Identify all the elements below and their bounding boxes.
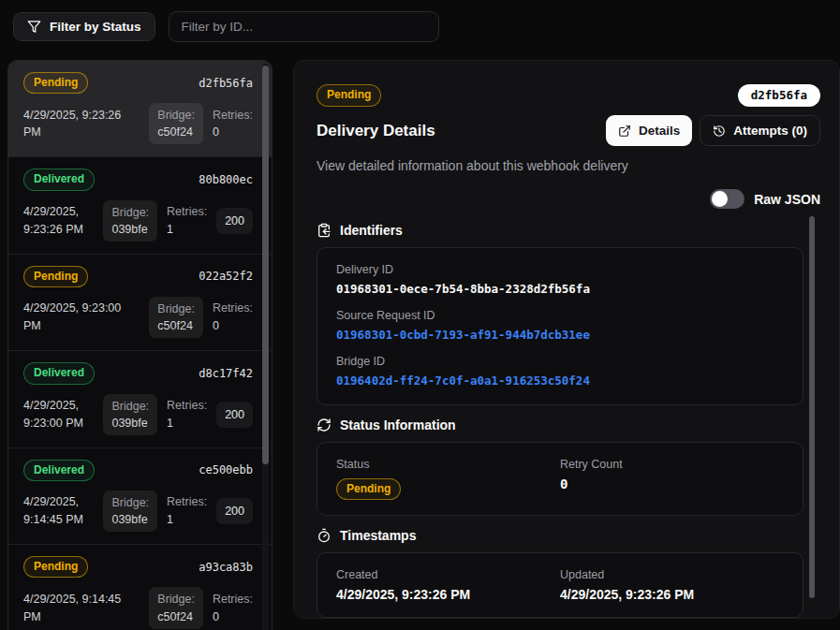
delivery-id-field: Delivery ID 01968301-0ece-7b54-8bba-2328…	[336, 263, 784, 296]
delivery-list-item[interactable]: Pending d2fb56fa 4/29/2025, 9:23:26 PM B…	[8, 61, 272, 157]
delivery-short-id: ce500ebb	[199, 463, 253, 476]
retry-count-column: Retry Count 0	[560, 458, 784, 500]
bridge-id-field: Bridge ID 0196402d-ff24-7c0f-a0a1-916253…	[336, 355, 784, 388]
sidebar-scrollbar-track[interactable]	[262, 64, 269, 630]
attempts-tab-button[interactable]: Attempts (0)	[700, 115, 820, 146]
retries-label: Retries:	[213, 107, 253, 125]
identifiers-heading: Identifiers	[340, 223, 403, 238]
retries-label: Retries:	[167, 203, 207, 221]
filter-by-status-button[interactable]: Filter by Status	[13, 12, 155, 41]
panel-badges-row: Pending d2fb56fa	[317, 84, 820, 107]
delivery-list-item[interactable]: Delivered ce500ebb 4/29/2025, 9:14:45 PM…	[8, 448, 272, 545]
status-badge: Pending	[23, 556, 88, 578]
source-request-id-label: Source Request ID	[336, 309, 784, 322]
retries-block: Retries: 1	[167, 397, 207, 432]
timestamps-header: Timestamps	[317, 528, 803, 543]
bridge-label: Bridge:	[111, 398, 149, 415]
retry-count-label: Retry Count	[560, 458, 784, 471]
raw-json-label: Raw JSON	[754, 192, 820, 207]
delivery-id-value: 01968301-0ece-7b54-8bba-2328d2fb56fa	[336, 282, 784, 296]
bridge-value: 039bfe	[111, 511, 149, 528]
bridge-label: Bridge:	[157, 300, 195, 317]
delivery-timestamp: 4/29/2025, 9:23:00 PM	[23, 300, 140, 335]
status-info-heading: Status Information	[340, 418, 456, 432]
bridge-chip: Bridge: c50f24	[149, 587, 203, 628]
item-meta-row: 4/29/2025, 9:23:26 PM Bridge: 039bfe Ret…	[23, 200, 253, 242]
bridge-chip: Bridge: c50f24	[149, 103, 203, 144]
filter-by-id-input[interactable]	[169, 11, 439, 42]
source-request-id-field: Source Request ID 01968301-0cbd-7193-af9…	[336, 309, 784, 342]
retries-value: 1	[167, 221, 207, 239]
retry-count-value: 0	[560, 476, 784, 491]
retries-block: Retries: 0	[213, 107, 253, 142]
details-tab-label: Details	[639, 124, 680, 138]
detail-tab-buttons: Details Attempts (0)	[606, 115, 820, 146]
status-value-badge: Pending	[336, 478, 401, 500]
retries-value: 0	[213, 608, 253, 626]
delivery-timestamp: 4/29/2025, 9:14:45 PM	[23, 493, 94, 529]
timer-icon	[317, 528, 332, 543]
bridge-label: Bridge:	[157, 591, 195, 608]
status-badge: Delivered	[23, 362, 95, 384]
bridge-value: 039bfe	[111, 221, 149, 238]
bridge-value: c50f24	[157, 124, 195, 140]
sidebar-scrollbar-thumb[interactable]	[262, 66, 269, 464]
delivery-list-item[interactable]: Delivered 80b800ec 4/29/2025, 9:23:26 PM…	[8, 157, 272, 254]
retries-value: 1	[167, 415, 207, 432]
delivery-timestamp: 4/29/2025, 9:23:26 PM	[23, 107, 140, 142]
bridge-chip: Bridge: 039bfe	[103, 394, 157, 435]
bridge-id-link[interactable]: 0196402d-ff24-7c0f-a0a1-916253c50f24	[336, 374, 784, 388]
filter-by-status-label: Filter by Status	[50, 20, 141, 34]
panel-subtitle: View detailed information about this web…	[317, 158, 820, 173]
clipboard-copy-icon	[317, 223, 332, 238]
retries-label: Retries:	[167, 493, 207, 511]
status-info-section: Status Information Status Pending Retry …	[317, 418, 803, 516]
item-meta-row: 4/29/2025, 9:23:00 PM Bridge: c50f24 Ret…	[23, 297, 253, 338]
retries-block: Retries: 1	[167, 203, 207, 239]
panel-scrollbar-thumb[interactable]	[809, 216, 815, 598]
attempts-tab-label: Attempts (0)	[733, 124, 807, 138]
bridge-label: Bridge:	[157, 107, 195, 124]
toggle-knob	[712, 191, 728, 207]
status-column: Status Pending	[336, 458, 560, 500]
status-info-card: Status Pending Retry Count 0	[317, 442, 803, 516]
item-header-row: Pending 022a52f2	[23, 266, 253, 287]
details-tab-button[interactable]: Details	[606, 115, 692, 146]
retries-block: Retries: 0	[213, 300, 253, 335]
retries-block: Retries: 1	[167, 493, 207, 529]
item-header-row: Delivered d8c17f42	[23, 362, 253, 384]
retries-label: Retries:	[213, 300, 253, 317]
delivery-short-id: d2fb56fa	[199, 77, 253, 90]
detail-sections: Identifiers Delivery ID 01968301-0ece-7b…	[317, 223, 820, 618]
page-title: Delivery Details	[317, 122, 435, 140]
raw-json-toggle[interactable]	[710, 189, 744, 209]
delivery-list-item[interactable]: Delivered d8c17f42 4/29/2025, 9:23:00 PM…	[8, 351, 272, 447]
bridge-label: Bridge:	[111, 204, 149, 221]
delivery-short-id: a93ca83b	[199, 561, 253, 574]
bridge-chip: Bridge: c50f24	[149, 297, 203, 338]
timestamps-section: Timestamps Created 4/29/2025, 9:23:26 PM…	[317, 528, 803, 618]
item-meta-row: 4/29/2025, 9:14:45 PM Bridge: c50f24 Ret…	[23, 587, 253, 628]
raw-json-toggle-row: Raw JSON	[317, 189, 820, 209]
bridge-id-label: Bridge ID	[336, 355, 784, 368]
created-label: Created	[336, 568, 560, 581]
status-badge: Pending	[23, 266, 88, 287]
delivery-list-item[interactable]: Pending 022a52f2 4/29/2025, 9:23:00 PM B…	[8, 255, 272, 351]
delivery-list: Pending d2fb56fa 4/29/2025, 9:23:26 PM B…	[8, 61, 272, 630]
bridge-chip: Bridge: 039bfe	[103, 491, 157, 532]
updated-value: 4/29/2025, 9:23:26 PM	[560, 587, 784, 602]
delivery-timestamp: 4/29/2025, 9:23:00 PM	[23, 397, 94, 432]
status-badge: Pending	[23, 72, 88, 94]
bridge-chip: Bridge: 039bfe	[103, 200, 157, 242]
identifiers-card: Delivery ID 01968301-0ece-7b54-8bba-2328…	[317, 247, 803, 405]
delivery-timestamp: 4/29/2025, 9:23:26 PM	[23, 203, 94, 239]
delivery-list-item[interactable]: Pending a93ca83b 4/29/2025, 9:14:45 PM B…	[8, 545, 272, 630]
retries-label: Retries:	[213, 591, 253, 608]
created-value: 4/29/2025, 9:23:26 PM	[336, 587, 560, 602]
response-code-chip: 200	[216, 208, 253, 234]
retries-value: 0	[213, 317, 253, 335]
detail-id-pill: d2fb56fa	[738, 84, 820, 107]
delivery-short-id: d8c17f42	[199, 367, 253, 380]
delivery-timestamp: 4/29/2025, 9:14:45 PM	[23, 591, 140, 626]
source-request-id-link[interactable]: 01968301-0cbd-7193-af91-944b7dcb31ee	[336, 328, 784, 342]
